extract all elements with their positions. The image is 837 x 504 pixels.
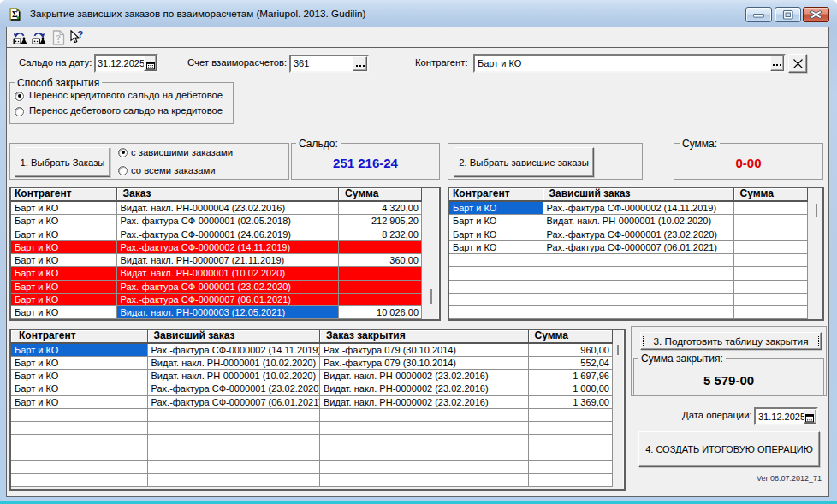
svg-text:?: ? (56, 33, 61, 42)
svg-text:?: ? (77, 30, 83, 39)
